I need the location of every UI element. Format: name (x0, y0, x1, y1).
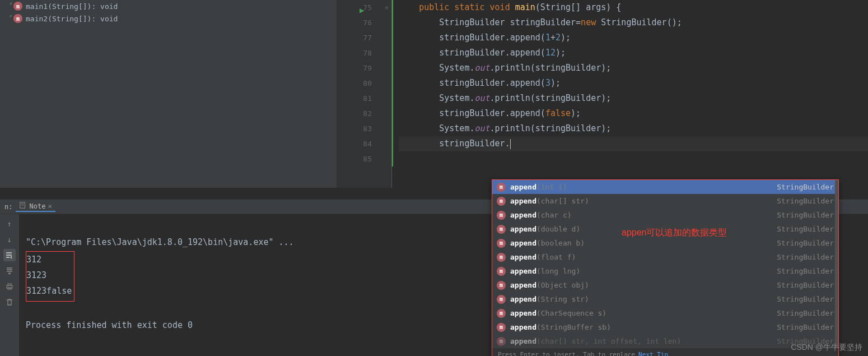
completion-name: append(StringBuffer sb) (510, 323, 611, 331)
code-line[interactable]: System.out.println(stringBuilder); (399, 61, 868, 76)
structure-item[interactable]: mmain2(String[]): void (0, 12, 337, 25)
popup-footer: Press Enter to insert, Tab to replace Ne… (492, 348, 838, 356)
completion-return: StringBuilder (777, 295, 834, 303)
method-icon: m (497, 337, 506, 346)
autocomplete-item[interactable]: mappend(CharSequence s)StringBuilder (492, 306, 838, 320)
code-line[interactable]: stringBuilder.append(false); (399, 106, 868, 121)
completion-name: append(char[] str, int offset, int len) (510, 337, 681, 345)
structure-item-label: main1(String[]): void (26, 2, 118, 11)
output-highlight: 312 3123 3123false (26, 251, 74, 302)
autocomplete-item[interactable]: mappend(Object obj)StringBuilder (492, 278, 838, 292)
structure-item-label: main2(String[]): void (26, 15, 118, 23)
next-tip-link[interactable]: Next Tip (638, 351, 668, 357)
method-icon: m (497, 211, 506, 220)
method-icon: m (497, 281, 506, 290)
wrap-icon[interactable] (3, 249, 16, 261)
completion-name: append(boolean b) (510, 239, 585, 247)
fold-gutter: ⊖ (382, 0, 392, 188)
completion-name: append(long lng) (510, 267, 580, 275)
completion-name: append(Object obj) (510, 281, 589, 289)
completion-name: append(String str) (510, 295, 589, 303)
completion-name: append(char c) (510, 211, 572, 219)
popup-hint: Press Enter to insert, Tab to replace (498, 351, 635, 357)
code-editor[interactable]: 75▶76777879808182838485 ⊖ public static … (337, 0, 868, 188)
autocomplete-item[interactable]: mappend(int i)StringBuilder (492, 180, 838, 194)
autocomplete-item[interactable]: mappend(char c)StringBuilder (492, 208, 838, 222)
code-area[interactable]: public static void main(String[] args) {… (392, 0, 868, 188)
completion-name: append(int i) (510, 183, 567, 191)
autocomplete-popup[interactable]: mappend(int i)StringBuildermappend(char[… (492, 179, 839, 356)
annotation-text: appen可以追加的数据类型 (622, 227, 727, 239)
method-icon: m (497, 183, 506, 192)
autocomplete-item[interactable]: mappend(char[] str)StringBuilder (492, 194, 838, 208)
tab-label: Note (29, 202, 45, 210)
completion-name: append(CharSequence s) (510, 309, 606, 317)
completion-return: StringBuilder (777, 239, 834, 247)
method-icon: m (497, 323, 506, 332)
completion-return: StringBuilder (777, 225, 834, 233)
method-icon: m (497, 253, 506, 262)
code-line[interactable]: stringBuilder.append(12); (399, 45, 868, 61)
code-line[interactable] (399, 151, 868, 167)
popup-scrollbar[interactable] (835, 180, 838, 348)
code-line[interactable]: stringBuilder. (399, 136, 868, 151)
scroll-icon[interactable] (3, 265, 16, 277)
completion-name: append(float f) (510, 253, 576, 261)
method-icon: m (13, 14, 22, 23)
method-icon: m (497, 197, 506, 206)
method-icon: m (497, 225, 506, 234)
console-toolbar: ↑ ↓ (0, 214, 19, 356)
exit-line: Process finished with exit code 0 (26, 320, 193, 330)
tab-note[interactable]: Note × (16, 201, 55, 212)
line-gutter: 75▶76777879808182838485 (337, 0, 382, 188)
method-icon: m (497, 239, 506, 248)
code-line[interactable]: public static void main(String[] args) { (399, 0, 868, 15)
completion-name: append(double d) (510, 225, 580, 233)
autocomplete-item[interactable]: mappend(char[] str, int offset, int len)… (492, 334, 838, 348)
code-line[interactable]: System.out.println(stringBuilder); (399, 121, 868, 136)
structure-item[interactable]: mmain1(String[]): void (0, 0, 337, 12)
watermark: CSDN @牛牛要坚持 (791, 343, 862, 353)
autocomplete-item[interactable]: mappend(float f)StringBuilder (492, 250, 838, 264)
down-icon[interactable]: ↓ (3, 233, 16, 246)
autocomplete-item[interactable]: mappend(StringBuffer sb)StringBuilder (492, 320, 838, 334)
run-label: n: (4, 203, 12, 211)
close-icon[interactable]: × (48, 202, 52, 210)
method-icon: m (497, 267, 506, 276)
method-icon: m (497, 309, 506, 318)
completion-return: StringBuilder (777, 197, 834, 205)
autocomplete-item[interactable]: mappend(String str)StringBuilder (492, 292, 838, 306)
code-line[interactable]: System.out.println(stringBuilder); (399, 91, 868, 106)
print-icon[interactable] (3, 280, 16, 293)
method-icon: m (13, 2, 22, 11)
code-line[interactable]: stringBuilder.append(3); (399, 76, 868, 91)
completion-return: StringBuilder (777, 309, 834, 317)
completion-return: StringBuilder (777, 281, 834, 289)
completion-return: StringBuilder (777, 267, 834, 275)
console-cmd: "C:\Program Files\Java\jdk1.8.0_192\bin\… (26, 237, 294, 247)
code-line[interactable]: StringBuilder stringBuilder=new StringBu… (399, 15, 868, 30)
completion-return: StringBuilder (777, 323, 834, 331)
completion-return: StringBuilder (777, 253, 834, 261)
code-line[interactable]: stringBuilder.append(1+2); (399, 30, 868, 45)
structure-panel: mmain1(String[]): voidmmain2(String[]): … (0, 0, 337, 188)
note-icon (19, 201, 27, 211)
completion-name: append(char[] str) (510, 197, 589, 205)
svg-rect-4 (8, 284, 11, 285)
method-icon: m (497, 295, 506, 304)
autocomplete-item[interactable]: mappend(long lng)StringBuilder (492, 264, 838, 278)
completion-return: StringBuilder (777, 211, 834, 219)
trash-icon[interactable] (3, 296, 16, 308)
completion-return: StringBuilder (777, 183, 834, 191)
up-icon[interactable]: ↑ (3, 218, 16, 230)
